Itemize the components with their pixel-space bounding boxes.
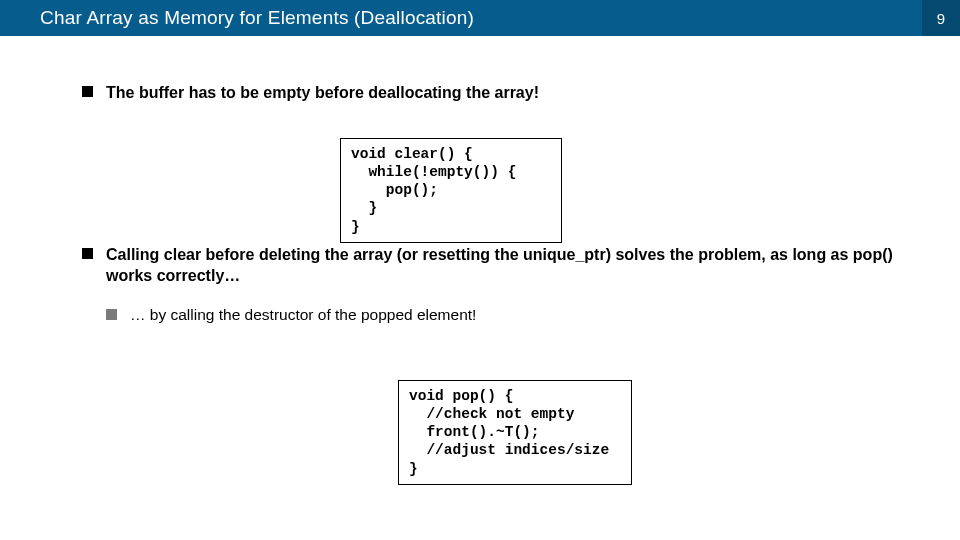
bullet-level-2: … by calling the destructor of the poppe… xyxy=(106,305,920,326)
bullet-text: Calling clear before deleting the array … xyxy=(106,246,893,285)
slide-title: Char Array as Memory for Elements (Deall… xyxy=(40,7,474,29)
bullet-level-1: Calling clear before deleting the array … xyxy=(82,244,920,287)
title-bar: Char Array as Memory for Elements (Deall… xyxy=(0,0,960,36)
bullet-level-1: The buffer has to be empty before deallo… xyxy=(82,82,920,104)
title-bar-left: Char Array as Memory for Elements (Deall… xyxy=(0,0,922,36)
slide: Char Array as Memory for Elements (Deall… xyxy=(0,0,960,540)
code-block-pop: void pop() { //check not empty front().~… xyxy=(398,380,632,485)
slide-number: 9 xyxy=(922,0,960,36)
bullet-text: The buffer has to be empty before deallo… xyxy=(106,84,539,101)
bullet-text: … by calling the destructor of the poppe… xyxy=(130,306,476,323)
code-block-clear: void clear() { while(!empty()) { pop(); … xyxy=(340,138,562,243)
